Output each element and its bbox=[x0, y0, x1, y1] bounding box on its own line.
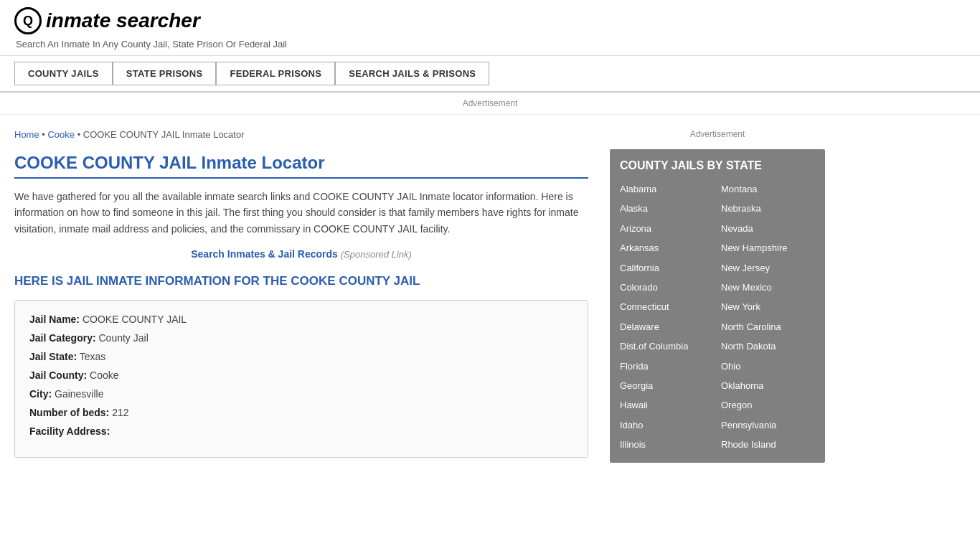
jail-state-value: Texas bbox=[80, 351, 106, 362]
state-link-col1-3[interactable]: Arkansas bbox=[620, 240, 714, 256]
state-link-col2-2[interactable]: Nevada bbox=[721, 220, 815, 237]
tagline: Search An Inmate In Any County Jail, Sta… bbox=[16, 39, 966, 50]
jail-name-label: Jail Name: bbox=[29, 314, 80, 325]
jail-address-label: Facility Address: bbox=[29, 425, 110, 437]
jail-category-value: County Jail bbox=[98, 332, 148, 344]
state-link-col1-4[interactable]: California bbox=[620, 260, 714, 276]
jail-county-value: Cooke bbox=[90, 369, 118, 381]
sidebar-ad: Advertisement bbox=[610, 129, 825, 139]
state-link-col2-4[interactable]: New Jersey bbox=[721, 260, 815, 276]
state-link-col2-3[interactable]: New Hampshire bbox=[721, 240, 815, 256]
page-title: COOKE COUNTY JAIL Inmate Locator bbox=[14, 153, 588, 179]
nav-county-jails[interactable]: COUNTY JAILS bbox=[14, 62, 113, 85]
jail-city-row: City: Gainesville bbox=[29, 388, 573, 400]
sub-heading: HERE IS JAIL INMATE INFORMATION FOR THE … bbox=[14, 274, 588, 288]
sponsored-link-area: Search Inmates & Jail Records (Sponsored… bbox=[14, 248, 588, 260]
state-link-col2-7[interactable]: North Carolina bbox=[721, 319, 815, 335]
state-link-col1-1[interactable]: Alaska bbox=[620, 200, 714, 217]
county-jails-by-state-box: COUNTY JAILS BY STATE AlabamaMontanaAlas… bbox=[610, 149, 825, 463]
jail-name-row: Jail Name: COOKE COUNTY JAIL bbox=[29, 314, 573, 325]
state-link-col1-8[interactable]: Dist.of Columbia bbox=[620, 338, 714, 354]
state-link-col2-0[interactable]: Montana bbox=[721, 181, 815, 197]
logo-area: Q inmate searcher bbox=[14, 7, 966, 34]
state-link-col1-11[interactable]: Hawaii bbox=[620, 397, 714, 413]
logo-text: inmate searcher bbox=[46, 9, 200, 32]
description: We have gathered for you all the availab… bbox=[14, 189, 588, 237]
jail-county-row: Jail County: Cooke bbox=[29, 369, 573, 381]
state-link-col2-9[interactable]: Ohio bbox=[721, 358, 815, 375]
jail-city-value: Gainesville bbox=[55, 388, 103, 400]
nav-federal-prisons[interactable]: FEDERAL PRISONS bbox=[216, 62, 335, 85]
header: Q inmate searcher Search An Inmate In An… bbox=[0, 0, 980, 56]
state-link-col1-6[interactable]: Connecticut bbox=[620, 298, 714, 315]
breadcrumb-current: COOKE COUNTY JAIL Inmate Locator bbox=[83, 129, 245, 140]
jail-city-label: City: bbox=[29, 388, 52, 400]
state-link-col2-11[interactable]: Oregon bbox=[721, 397, 815, 413]
state-link-col1-0[interactable]: Alabama bbox=[620, 181, 714, 197]
state-link-col2-5[interactable]: New Mexico bbox=[721, 279, 815, 296]
county-jails-title: COUNTY JAILS BY STATE bbox=[620, 159, 815, 172]
state-link-col1-7[interactable]: Delaware bbox=[620, 319, 714, 335]
nav-state-prisons[interactable]: STATE PRISONS bbox=[113, 62, 217, 85]
breadcrumb: Home • Cooke • COOKE COUNTY JAIL Inmate … bbox=[14, 129, 588, 140]
info-box: Jail Name: COOKE COUNTY JAIL Jail Catego… bbox=[14, 300, 588, 458]
sidebar: Advertisement COUNTY JAILS BY STATE Alab… bbox=[603, 115, 825, 472]
state-link-col1-12[interactable]: Idaho bbox=[620, 417, 714, 433]
content-area: Home • Cooke • COOKE COUNTY JAIL Inmate … bbox=[14, 115, 603, 472]
sponsored-label: (Sponsored Link) bbox=[341, 249, 412, 260]
state-link-col1-5[interactable]: Colorado bbox=[620, 279, 714, 296]
state-link-col2-6[interactable]: New York bbox=[721, 298, 815, 315]
jail-state-label: Jail State: bbox=[29, 351, 77, 362]
nav-bar: COUNTY JAILS STATE PRISONS FEDERAL PRISO… bbox=[0, 56, 980, 93]
jail-county-label: Jail County: bbox=[29, 369, 87, 381]
logo-icon: Q bbox=[14, 7, 42, 34]
main-layout: Home • Cooke • COOKE COUNTY JAIL Inmate … bbox=[0, 115, 980, 472]
jail-name-value: COOKE COUNTY JAIL bbox=[83, 314, 187, 325]
jail-state-row: Jail State: Texas bbox=[29, 351, 573, 362]
state-link-col2-12[interactable]: Pennsylvania bbox=[721, 417, 815, 433]
state-link-col2-10[interactable]: Oklahoma bbox=[721, 377, 815, 394]
ad-bar: Advertisement bbox=[0, 93, 980, 115]
breadcrumb-cooke[interactable]: Cooke bbox=[47, 129, 75, 140]
state-link-col2-13[interactable]: Rhode Island bbox=[721, 436, 815, 453]
state-link-col1-2[interactable]: Arizona bbox=[620, 220, 714, 237]
jail-address-row: Facility Address: bbox=[29, 425, 573, 437]
jail-beds-value: 212 bbox=[112, 407, 128, 418]
state-link-col1-10[interactable]: Georgia bbox=[620, 377, 714, 394]
states-grid: AlabamaMontanaAlaskaNebraskaArizonaNevad… bbox=[620, 181, 815, 453]
sponsored-link[interactable]: Search Inmates & Jail Records bbox=[191, 248, 338, 260]
jail-category-label: Jail Category: bbox=[29, 332, 96, 344]
nav-search-jails[interactable]: SEARCH JAILS & PRISONS bbox=[335, 62, 489, 85]
breadcrumb-home[interactable]: Home bbox=[14, 129, 39, 140]
state-link-col2-8[interactable]: North Dakota bbox=[721, 338, 815, 354]
jail-beds-label: Number of beds: bbox=[29, 407, 109, 418]
jail-beds-row: Number of beds: 212 bbox=[29, 407, 573, 418]
state-link-col1-9[interactable]: Florida bbox=[620, 358, 714, 375]
state-link-col2-1[interactable]: Nebraska bbox=[721, 200, 815, 217]
jail-category-row: Jail Category: County Jail bbox=[29, 332, 573, 344]
state-link-col1-13[interactable]: Illinois bbox=[620, 436, 714, 453]
